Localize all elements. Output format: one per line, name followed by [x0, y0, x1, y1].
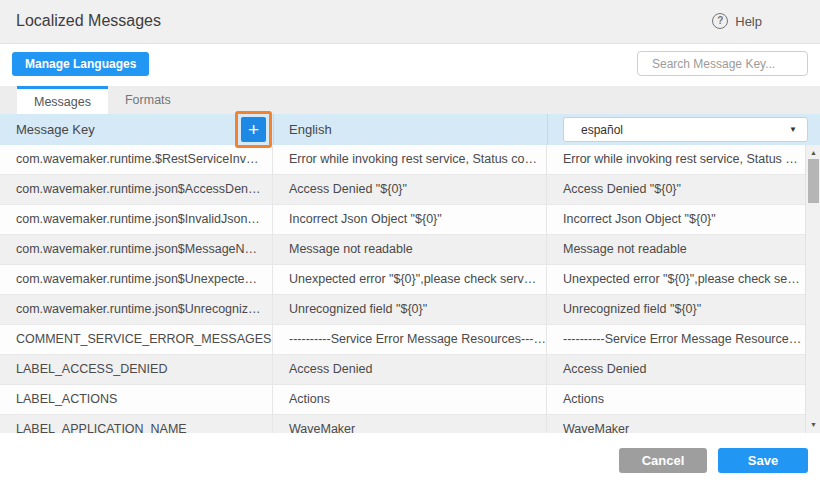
translation-cell[interactable]: Unexpected error "${0}",please check se…: [547, 265, 805, 294]
message-key-cell[interactable]: com.wavemaker.runtime.json$Unrecogniz…: [0, 295, 273, 324]
tab-messages[interactable]: Messages: [17, 86, 108, 114]
message-key-cell[interactable]: com.wavemaker.runtime.json$InvalidJson…: [0, 205, 273, 234]
translation-cell[interactable]: Unrecognized field "${0}": [547, 295, 805, 324]
table-row[interactable]: com.wavemaker.runtime.json$AccessDen… Ac…: [0, 175, 805, 205]
tab-formats[interactable]: Formats: [108, 86, 188, 114]
table-row[interactable]: LABEL_ACCESS_DENIED Access Denied Access…: [0, 355, 805, 385]
manage-languages-button[interactable]: Manage Languages: [12, 52, 149, 76]
tab-bar: Messages Formats: [0, 86, 820, 114]
english-cell[interactable]: Access Denied: [273, 355, 547, 384]
english-cell[interactable]: Message not readable: [273, 235, 547, 264]
header-divider: [547, 114, 548, 145]
help-label: Help: [735, 14, 762, 29]
table-row[interactable]: com.wavemaker.runtime.json$InvalidJson… …: [0, 205, 805, 235]
localized-messages-dialog: Localized Messages ? Help Manage Languag…: [0, 0, 820, 490]
translation-cell[interactable]: Access Denied "${0}": [547, 175, 805, 204]
message-key-cell[interactable]: com.wavemaker.runtime.json$AccessDen…: [0, 175, 273, 204]
message-key-cell[interactable]: com.wavemaker.runtime.json$Unexpecte…: [0, 265, 273, 294]
translation-cell[interactable]: Error while invoking rest service, Statu…: [547, 145, 805, 174]
search-input[interactable]: [652, 57, 807, 71]
scroll-down-icon[interactable]: ▼: [806, 419, 820, 431]
toolbar: Manage Languages: [0, 44, 820, 86]
table-row[interactable]: com.wavemaker.runtime.json$Unexpecte… Un…: [0, 265, 805, 295]
table-row[interactable]: LABEL_APPLICATION_NAME WaveMaker WaveMak…: [0, 415, 805, 433]
table-header: Message Key + English español ▼: [0, 114, 820, 145]
message-key-cell[interactable]: LABEL_ACTIONS: [0, 385, 273, 414]
message-key-cell[interactable]: com.wavemaker.runtime.$RestServiceInv…: [0, 145, 273, 174]
message-key-cell[interactable]: com.wavemaker.runtime.json$MessageN…: [0, 235, 273, 264]
table-scrollbar[interactable]: ▲ ▼: [805, 145, 820, 433]
translation-cell[interactable]: Access Denied: [547, 355, 805, 384]
message-key-cell[interactable]: LABEL_ACCESS_DENIED: [0, 355, 273, 384]
search-box[interactable]: [637, 51, 808, 76]
dialog-footer: Cancel Save: [0, 433, 820, 490]
english-cell[interactable]: WaveMaker: [273, 415, 547, 433]
column-header-message-key: Message Key: [16, 114, 95, 145]
table-row[interactable]: com.wavemaker.runtime.json$MessageN… Mes…: [0, 235, 805, 265]
message-key-cell[interactable]: COMMENT_SERVICE_ERROR_MESSAGES: [0, 325, 273, 354]
english-cell[interactable]: Access Denied "${0}": [273, 175, 547, 204]
help-icon: ?: [712, 13, 728, 29]
translation-cell[interactable]: Incorrect Json Object "${0}": [547, 205, 805, 234]
translation-cell[interactable]: Message not readable: [547, 235, 805, 264]
english-cell[interactable]: Unexpected error "${0}",please check ser…: [273, 265, 547, 294]
cancel-button[interactable]: Cancel: [619, 448, 707, 473]
messages-table-body: com.wavemaker.runtime.$RestServiceInv… E…: [0, 145, 805, 433]
translation-cell[interactable]: WaveMaker: [547, 415, 805, 433]
scroll-up-icon[interactable]: ▲: [806, 147, 820, 159]
dialog-titlebar: Localized Messages ? Help: [0, 0, 820, 44]
table-row[interactable]: LABEL_ACTIONS Actions Actions: [0, 385, 805, 415]
save-button[interactable]: Save: [718, 448, 808, 473]
page-title: Localized Messages: [16, 12, 161, 30]
message-key-cell[interactable]: LABEL_APPLICATION_NAME: [0, 415, 273, 433]
english-cell[interactable]: Incorrect Json Object "${0}": [273, 205, 547, 234]
chevron-down-icon: ▼: [789, 125, 797, 134]
language-select[interactable]: español ▼: [563, 117, 808, 142]
header-divider: [273, 114, 274, 145]
english-cell[interactable]: Unrecognized field "${0}": [273, 295, 547, 324]
table-row[interactable]: com.wavemaker.runtime.$RestServiceInv… E…: [0, 145, 805, 175]
help-button[interactable]: ? Help: [712, 13, 762, 29]
table-row[interactable]: COMMENT_SERVICE_ERROR_MESSAGES ---------…: [0, 325, 805, 355]
table-row[interactable]: com.wavemaker.runtime.json$Unrecogniz… U…: [0, 295, 805, 325]
language-select-value: español: [581, 123, 789, 137]
scrollbar-thumb[interactable]: [808, 159, 819, 203]
translation-cell[interactable]: ----------Service Error Message Resource…: [547, 325, 805, 354]
english-cell[interactable]: Error while invoking rest service, Statu…: [273, 145, 547, 174]
column-header-english: English: [289, 114, 332, 145]
add-message-button[interactable]: +: [241, 117, 266, 142]
english-cell[interactable]: ----------Service Error Message Resource…: [273, 325, 547, 354]
english-cell[interactable]: Actions: [273, 385, 547, 414]
translation-cell[interactable]: Actions: [547, 385, 805, 414]
